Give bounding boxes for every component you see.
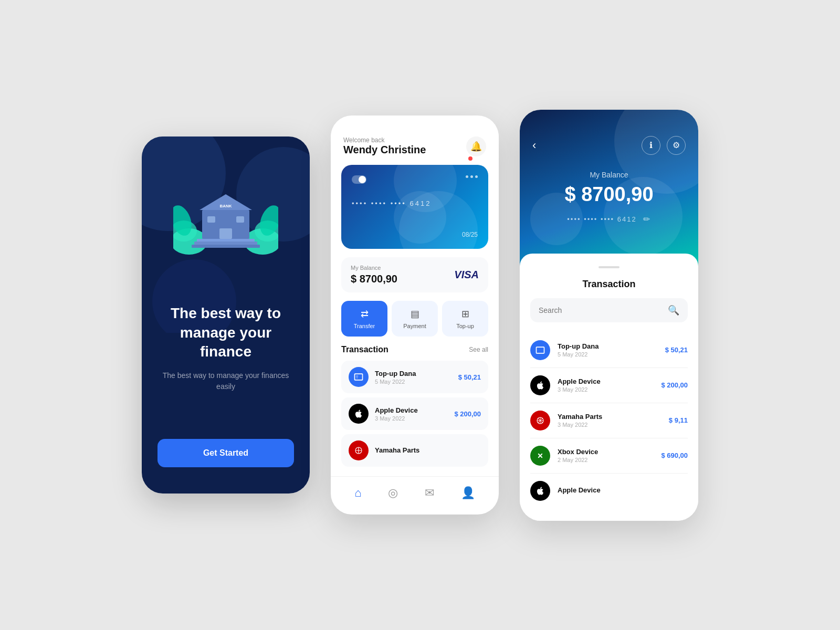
tx-name: Xbox Device bbox=[558, 448, 661, 456]
dashboard-screen: Welcome back Wendy Christine 🔔 bbox=[331, 116, 499, 514]
see-all-link[interactable]: See all bbox=[469, 346, 488, 353]
user-greeting: Welcome back Wendy Christine bbox=[343, 136, 426, 156]
section-header: Transaction See all bbox=[341, 345, 488, 354]
credit-card[interactable]: •••• •••• •••• 6412 08/25 bbox=[341, 165, 488, 249]
tx-info: Apple Device bbox=[558, 486, 688, 495]
svg-rect-14 bbox=[236, 216, 244, 223]
tx-name: Apple Device bbox=[558, 486, 688, 494]
bottom-navigation: ⌂ ◎ ✉ 👤 bbox=[331, 476, 499, 514]
tx-date: 5 May 2022 bbox=[558, 351, 665, 358]
topup-icon: ⊞ bbox=[461, 308, 469, 320]
transaction-item[interactable]: Apple Device 3 May 2022 $ 200,00 bbox=[341, 397, 488, 430]
card-menu[interactable] bbox=[466, 175, 478, 178]
tx-name: Top-up Dana bbox=[375, 370, 458, 377]
transfer-icon: ⇄ bbox=[361, 308, 369, 320]
s3-apple2-icon bbox=[530, 481, 550, 501]
balance-box: My Balance $ 8700,90 VISA bbox=[341, 257, 488, 292]
tx-name: Top-up Dana bbox=[558, 342, 665, 350]
tx-amount: $ 200,00 bbox=[454, 410, 481, 418]
tx-info: Top-up Dana 5 May 2022 bbox=[375, 370, 458, 385]
tx-info: Xbox Device 2 May 2022 bbox=[558, 448, 661, 463]
onboarding-subtitle: The best way to manage your finances eas… bbox=[158, 370, 294, 392]
transaction-section: Transaction See all Top-up Dana 5 May 20… bbox=[331, 345, 499, 472]
transaction-body: Transaction 🔍 Top-up Dana 5 May 2022 $ 5… bbox=[520, 254, 698, 521]
messages-icon: ✉ bbox=[425, 486, 434, 500]
payment-label: Payment bbox=[403, 323, 426, 329]
s3-transaction-item[interactable]: Apple Device 3 May 2022 $ 200,00 bbox=[530, 368, 688, 403]
section-title: Transaction bbox=[341, 345, 388, 354]
topup-dana-icon bbox=[349, 367, 369, 387]
search-icon: 🔍 bbox=[668, 304, 679, 316]
screens-container: BANK The best way to manage your finance… bbox=[142, 78, 698, 552]
onboarding-title: The best way to manage your finance bbox=[158, 304, 294, 361]
welcome-text: Welcome back bbox=[343, 136, 426, 144]
svg-rect-13 bbox=[207, 216, 215, 223]
onboarding-content: The best way to manage your finance The … bbox=[158, 304, 294, 392]
card-expiry: 08/25 bbox=[462, 231, 478, 238]
tx-info: Yamaha Parts bbox=[375, 446, 481, 455]
svg-rect-12 bbox=[219, 228, 232, 239]
tx-amount: $ 50,21 bbox=[458, 373, 481, 381]
bank-illustration: BANK bbox=[173, 178, 278, 262]
nav-profile[interactable]: 👤 bbox=[455, 484, 481, 502]
action-buttons: ⇄ Transfer ▤ Payment ⊞ Top-up bbox=[331, 301, 499, 345]
user-name: Wendy Christine bbox=[343, 144, 426, 156]
onboarding-screen: BANK The best way to manage your finance… bbox=[142, 136, 310, 494]
tx-name: Apple Device bbox=[558, 377, 661, 385]
s3-transaction-item[interactable]: Yamaha Parts 3 May 2022 $ 9,11 bbox=[530, 403, 688, 438]
dashboard-header: Welcome back Wendy Christine 🔔 bbox=[331, 116, 499, 165]
svg-text:BANK: BANK bbox=[219, 204, 232, 208]
notification-button[interactable]: 🔔 bbox=[466, 136, 486, 156]
transfer-button[interactable]: ⇄ Transfer bbox=[341, 301, 387, 337]
apple-device-icon bbox=[349, 404, 369, 424]
get-started-button[interactable]: Get Started bbox=[158, 439, 294, 467]
s3-apple-icon bbox=[530, 375, 550, 395]
transaction-header: ‹ ℹ ⚙ My Balance $ 8700,90 •••• •••• •••… bbox=[520, 110, 698, 266]
payment-button[interactable]: ▤ Payment bbox=[392, 301, 438, 337]
nav-analytics[interactable]: ◎ bbox=[382, 484, 404, 502]
back-button[interactable]: ‹ bbox=[532, 139, 536, 152]
search-input[interactable] bbox=[539, 306, 663, 314]
tx-amount: $ 9,11 bbox=[669, 416, 688, 424]
analytics-icon: ◎ bbox=[388, 486, 398, 500]
tx-info: Yamaha Parts 3 May 2022 bbox=[558, 413, 669, 428]
yamaha-parts-icon bbox=[349, 440, 369, 460]
transfer-label: Transfer bbox=[354, 323, 375, 329]
s3-xbox-icon bbox=[530, 446, 550, 466]
tx-name: Yamaha Parts bbox=[375, 446, 481, 454]
s3-transaction-item[interactable]: Top-up Dana 5 May 2022 $ 50,21 bbox=[530, 333, 688, 368]
tx-date: 3 May 2022 bbox=[558, 422, 669, 428]
tx-info: Top-up Dana 5 May 2022 bbox=[558, 342, 665, 358]
visa-logo: VISA bbox=[454, 269, 479, 281]
profile-icon: 👤 bbox=[461, 486, 475, 500]
tx-name: Apple Device bbox=[375, 406, 454, 414]
balance-amount: $ 8700,90 bbox=[351, 273, 397, 285]
card-toggle bbox=[352, 175, 366, 184]
s3-transaction-item[interactable]: Apple Device bbox=[530, 474, 688, 508]
tx-info: Apple Device 3 May 2022 bbox=[558, 377, 661, 393]
transaction-screen: ‹ ℹ ⚙ My Balance $ 8700,90 •••• •••• •••… bbox=[520, 110, 698, 521]
tx-date: 2 May 2022 bbox=[558, 457, 661, 463]
tx-date: 5 May 2022 bbox=[375, 379, 458, 385]
transaction-item[interactable]: Yamaha Parts bbox=[341, 434, 488, 467]
nav-messages[interactable]: ✉ bbox=[418, 484, 440, 502]
tx-info: Apple Device 3 May 2022 bbox=[375, 406, 454, 422]
tx-date: 3 May 2022 bbox=[558, 386, 661, 393]
s3-transaction-item[interactable]: Xbox Device 2 May 2022 $ 690,00 bbox=[530, 438, 688, 474]
transaction-item[interactable]: Top-up Dana 5 May 2022 $ 50,21 bbox=[341, 361, 488, 393]
home-icon: ⌂ bbox=[354, 486, 361, 500]
svg-rect-17 bbox=[194, 242, 257, 245]
notification-badge bbox=[468, 156, 472, 161]
tx-date: 3 May 2022 bbox=[375, 415, 454, 422]
topup-label: Top-up bbox=[456, 323, 474, 329]
tx-name: Yamaha Parts bbox=[558, 413, 669, 421]
tx-amount: $ 690,00 bbox=[661, 452, 688, 459]
nav-home[interactable]: ⌂ bbox=[348, 484, 368, 502]
tx-amount: $ 200,00 bbox=[661, 381, 688, 389]
tx-amount: $ 50,21 bbox=[665, 346, 688, 354]
s3-section-title: Transaction bbox=[530, 279, 688, 290]
payment-icon: ▤ bbox=[411, 308, 419, 320]
svg-rect-18 bbox=[192, 245, 260, 248]
s3-yamaha-icon bbox=[530, 411, 550, 430]
topup-button[interactable]: ⊞ Top-up bbox=[442, 301, 488, 337]
